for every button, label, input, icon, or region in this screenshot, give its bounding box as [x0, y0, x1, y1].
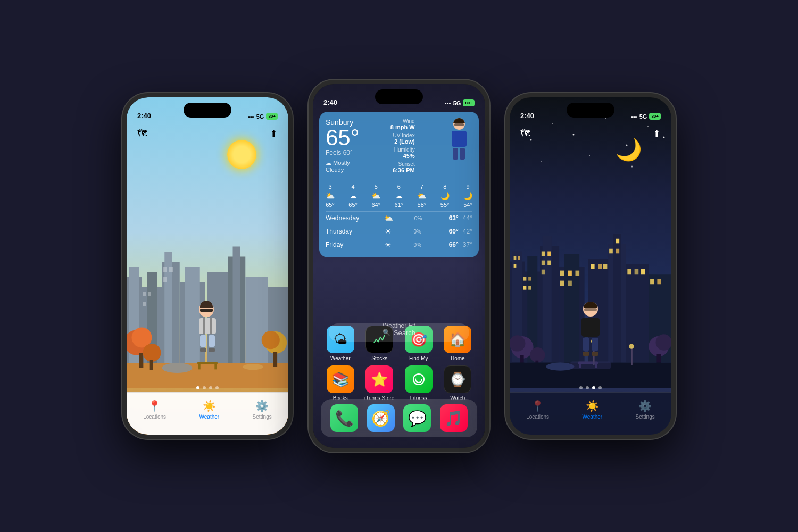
svg-point-90: [656, 334, 671, 350]
dock: 📞 🧭 💬 🎵: [321, 399, 477, 437]
svg-point-44: [631, 166, 633, 168]
nav-weather-3[interactable]: ☀️ Weather: [583, 400, 603, 420]
svg-rect-15: [143, 302, 146, 306]
books-app-icon: 📚: [327, 365, 354, 393]
stocks-app-label: Stocks: [371, 355, 387, 361]
widget-uv-val: 2 (Low): [390, 138, 415, 145]
svg-rect-52: [564, 254, 580, 362]
dynamic-island: [184, 103, 231, 118]
share-icon[interactable]: ⬆: [270, 128, 278, 140]
phone-1: 2:40 ▪▪▪ 5G 80+ 🗺 ⬆ Las Vegas Now, 11:40…: [122, 93, 293, 439]
hour-item-4: 6 ☁ 61°: [394, 184, 403, 208]
search-bar[interactable]: 🔍 Search: [329, 323, 469, 342]
svg-rect-62: [528, 277, 531, 281]
locations-icon-3: 📍: [531, 400, 544, 412]
hour-item-5: 7 ⛅ 58°: [417, 184, 426, 208]
widget-avatar: [446, 118, 472, 161]
svg-rect-68: [547, 261, 551, 265]
weather-icon: ☀️: [203, 400, 216, 412]
svg-rect-82: [635, 269, 639, 275]
svg-rect-29: [198, 364, 201, 370]
signal-bars-3: ▪▪▪: [631, 113, 637, 120]
map-icon[interactable]: 🗺: [137, 128, 147, 139]
page-dot-2: [203, 386, 206, 389]
day-thursday: Thursday ☀ 0% 60° 42°: [326, 225, 472, 238]
svg-rect-27: [150, 360, 153, 370]
svg-point-42: [541, 161, 542, 162]
svg-point-43: [589, 155, 590, 156]
svg-rect-71: [568, 271, 572, 276]
app-row-2: 📚 Books ⭐ iTunes Store Fitness: [321, 365, 477, 401]
hourly-forecast: 3 ⛅ 65° 4 ☁ 65° 5 ⛅ 64° 6: [326, 179, 472, 208]
status-icons-3: ▪▪▪ 5G 80+: [631, 113, 661, 120]
svg-rect-61: [523, 277, 527, 281]
page-dot-4: [215, 386, 219, 389]
svg-rect-7: [185, 267, 200, 368]
svg-rect-85: [657, 279, 661, 285]
nav-weather[interactable]: ☀️ Weather: [200, 400, 220, 420]
app-fitness[interactable]: Fitness: [403, 365, 435, 401]
hour-item-7: 9 🌙 54°: [463, 184, 472, 208]
share-icon-3[interactable]: ⬆: [653, 128, 661, 140]
dock-music[interactable]: 🎵: [440, 404, 468, 432]
status-time-2: 2:40: [323, 98, 337, 106]
svg-rect-83: [641, 269, 645, 275]
home-app-label: Home: [451, 355, 465, 361]
dock-safari[interactable]: 🧭: [367, 404, 395, 432]
svg-rect-63: [523, 286, 527, 290]
signal-bars-2: ▪▪▪: [445, 100, 451, 106]
widget-wind-label: Wind: [390, 118, 415, 124]
svg-rect-79: [616, 239, 620, 244]
page-dot-3-3: [592, 386, 595, 389]
dock-phone[interactable]: 📞: [330, 404, 358, 432]
svg-point-31: [162, 363, 193, 373]
svg-rect-11: [245, 277, 268, 368]
app-itunes[interactable]: ⭐ iTunes Store: [363, 365, 395, 401]
svg-rect-30: [214, 364, 217, 370]
battery-indicator-3: 80+: [649, 113, 661, 120]
phone-2: 2:40 ▪▪▪ 5G 80+ Sunbury 65° Feels 60° ☁: [309, 80, 489, 452]
nav-locations-3[interactable]: 📍 Locations: [526, 400, 549, 420]
status-time: 2:40: [137, 112, 151, 120]
dynamic-island-2: [375, 89, 423, 104]
svg-rect-16: [163, 267, 167, 272]
svg-point-34: [415, 376, 422, 383]
svg-point-102: [629, 344, 634, 349]
nav-settings[interactable]: ⚙️ Settings: [253, 400, 272, 420]
svg-rect-60: [514, 264, 517, 268]
settings-icon: ⚙️: [255, 400, 269, 412]
widget-uv-label: UV Index: [390, 132, 415, 138]
page-dot-1: [196, 386, 200, 389]
svg-rect-13: [143, 292, 146, 296]
weather-widget[interactable]: Sunbury 65° Feels 60° ☁ MostlyCloudy Win…: [319, 112, 479, 257]
svg-point-40: [647, 126, 649, 127]
svg-rect-58: [514, 256, 517, 260]
nav-settings-3[interactable]: ⚙️ Settings: [636, 400, 655, 420]
hour-item-2: 4 ☁ 65°: [348, 184, 358, 208]
sun-icon: [227, 140, 256, 169]
nav-locations[interactable]: 📍 Locations: [143, 400, 166, 420]
fitness-app-icon: [405, 365, 433, 393]
battery-indicator-2: 80+: [463, 99, 475, 106]
svg-rect-12: [268, 287, 288, 368]
dock-messages[interactable]: 💬: [403, 404, 431, 432]
map-icon-3[interactable]: 🗺: [520, 128, 530, 139]
svg-rect-72: [576, 271, 580, 276]
itunes-app-icon: ⭐: [365, 365, 393, 393]
svg-rect-74: [568, 281, 572, 286]
svg-rect-78: [609, 249, 613, 254]
moon-icon: 🌙: [616, 137, 642, 162]
status-icons: ▪▪▪ 5G 80+: [248, 113, 278, 120]
watch-app-icon: ⌚: [444, 365, 471, 393]
hour-item-1: 3 ⛅ 65°: [326, 184, 335, 208]
app-watch[interactable]: ⌚ Watch: [442, 365, 473, 401]
svg-point-41: [663, 137, 665, 138]
svg-rect-14: [148, 292, 151, 296]
hour-item-6: 8 🌙 55°: [440, 184, 450, 208]
app-books[interactable]: 📚 Books: [325, 365, 356, 401]
settings-label: Settings: [253, 414, 272, 420]
svg-point-95: [546, 363, 574, 371]
locations-label-3: Locations: [526, 414, 549, 420]
svg-point-37: [573, 134, 575, 136]
svg-rect-80: [616, 249, 620, 254]
